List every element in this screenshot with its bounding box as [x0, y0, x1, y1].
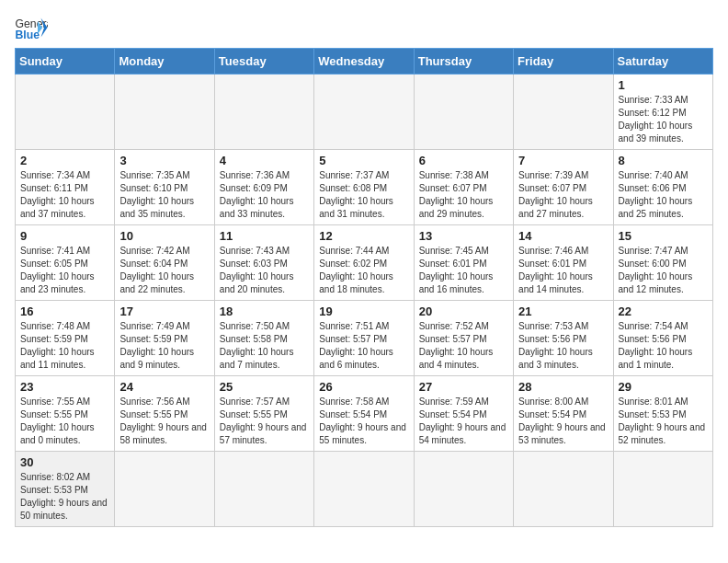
day-number: 20: [419, 304, 508, 318]
weekday-header-friday: Friday: [514, 49, 613, 75]
day-number: 22: [619, 304, 708, 318]
day-info: Sunrise: 7:50 AM Sunset: 5:58 PM Dayligh…: [220, 320, 309, 372]
calendar: SundayMondayTuesdayWednesdayThursdayFrid…: [15, 48, 713, 527]
day-cell: 5Sunrise: 7:37 AM Sunset: 6:08 PM Daylig…: [314, 150, 414, 225]
day-info: Sunrise: 7:44 AM Sunset: 6:02 PM Dayligh…: [319, 245, 408, 296]
day-info: Sunrise: 7:55 AM Sunset: 5:55 PM Dayligh…: [20, 396, 109, 447]
day-number: 1: [619, 78, 708, 92]
weekday-header-monday: Monday: [115, 49, 214, 75]
day-cell: 9Sunrise: 7:41 AM Sunset: 6:05 PM Daylig…: [16, 225, 115, 301]
weekday-header-thursday: Thursday: [414, 49, 513, 75]
day-number: 18: [220, 304, 309, 318]
day-info: Sunrise: 7:48 AM Sunset: 5:59 PM Dayligh…: [20, 320, 109, 372]
day-info: Sunrise: 7:36 AM Sunset: 6:09 PM Dayligh…: [220, 169, 309, 221]
day-info: Sunrise: 7:42 AM Sunset: 6:04 PM Dayligh…: [119, 245, 209, 296]
day-cell: 30Sunrise: 8:02 AM Sunset: 5:53 PM Dayli…: [16, 452, 115, 527]
day-cell: 26Sunrise: 7:58 AM Sunset: 5:54 PM Dayli…: [314, 376, 414, 452]
day-cell: 29Sunrise: 8:01 AM Sunset: 5:53 PM Dayli…: [613, 376, 712, 452]
day-info: Sunrise: 7:56 AM Sunset: 5:55 PM Dayligh…: [119, 396, 209, 447]
day-number: 29: [619, 380, 708, 394]
day-cell: 6Sunrise: 7:38 AM Sunset: 6:07 PM Daylig…: [414, 150, 513, 225]
day-number: 24: [119, 380, 209, 394]
day-cell: [214, 452, 313, 527]
day-number: 26: [319, 380, 408, 394]
day-cell: 15Sunrise: 7:47 AM Sunset: 6:00 PM Dayli…: [613, 225, 712, 301]
day-number: 4: [220, 154, 309, 167]
day-cell: 13Sunrise: 7:45 AM Sunset: 6:01 PM Dayli…: [414, 225, 513, 301]
day-cell: 23Sunrise: 7:55 AM Sunset: 5:55 PM Dayli…: [16, 376, 115, 452]
day-cell: 24Sunrise: 7:56 AM Sunset: 5:55 PM Dayli…: [115, 376, 214, 452]
week-row-5: 23Sunrise: 7:55 AM Sunset: 5:55 PM Dayli…: [16, 376, 713, 452]
day-cell: 2Sunrise: 7:34 AM Sunset: 6:11 PM Daylig…: [16, 150, 115, 225]
day-number: 25: [220, 380, 309, 394]
week-row-6: 30Sunrise: 8:02 AM Sunset: 5:53 PM Dayli…: [16, 452, 713, 527]
day-info: Sunrise: 7:53 AM Sunset: 5:56 PM Dayligh…: [518, 320, 608, 372]
day-number: 8: [619, 154, 708, 167]
day-cell: 28Sunrise: 8:00 AM Sunset: 5:54 PM Dayli…: [514, 376, 613, 452]
week-row-3: 9Sunrise: 7:41 AM Sunset: 6:05 PM Daylig…: [16, 225, 713, 301]
day-cell: 19Sunrise: 7:51 AM Sunset: 5:57 PM Dayli…: [314, 301, 414, 376]
day-number: 3: [119, 154, 209, 167]
day-cell: [613, 452, 712, 527]
day-cell: 7Sunrise: 7:39 AM Sunset: 6:07 PM Daylig…: [514, 150, 613, 225]
day-cell: 12Sunrise: 7:44 AM Sunset: 6:02 PM Dayli…: [314, 225, 414, 301]
day-info: Sunrise: 7:45 AM Sunset: 6:01 PM Dayligh…: [419, 245, 508, 296]
day-cell: 21Sunrise: 7:53 AM Sunset: 5:56 PM Dayli…: [514, 301, 613, 376]
day-number: 6: [419, 154, 508, 167]
day-info: Sunrise: 7:39 AM Sunset: 6:07 PM Dayligh…: [518, 169, 608, 221]
weekday-header-wednesday: Wednesday: [314, 49, 414, 75]
logo: General Blue: [15, 15, 51, 40]
day-cell: 4Sunrise: 7:36 AM Sunset: 6:09 PM Daylig…: [214, 150, 313, 225]
day-info: Sunrise: 7:54 AM Sunset: 5:56 PM Dayligh…: [619, 320, 708, 372]
day-info: Sunrise: 7:34 AM Sunset: 6:11 PM Dayligh…: [20, 169, 109, 221]
day-number: 13: [419, 229, 508, 243]
day-cell: 10Sunrise: 7:42 AM Sunset: 6:04 PM Dayli…: [115, 225, 214, 301]
day-cell: 20Sunrise: 7:52 AM Sunset: 5:57 PM Dayli…: [414, 301, 513, 376]
day-number: 21: [518, 304, 608, 318]
day-cell: 3Sunrise: 7:35 AM Sunset: 6:10 PM Daylig…: [115, 150, 214, 225]
weekday-header-tuesday: Tuesday: [214, 49, 313, 75]
day-info: Sunrise: 8:01 AM Sunset: 5:53 PM Dayligh…: [619, 396, 708, 447]
logo-icon: General Blue: [15, 15, 48, 40]
day-number: 15: [619, 229, 708, 243]
day-number: 11: [220, 229, 309, 243]
day-cell: 1Sunrise: 7:33 AM Sunset: 6:12 PM Daylig…: [613, 75, 712, 150]
day-number: 10: [119, 229, 209, 243]
day-cell: [115, 452, 214, 527]
day-cell: [414, 452, 513, 527]
day-number: 19: [319, 304, 408, 318]
day-info: Sunrise: 7:46 AM Sunset: 6:01 PM Dayligh…: [518, 245, 608, 296]
day-info: Sunrise: 7:37 AM Sunset: 6:08 PM Dayligh…: [319, 169, 408, 221]
day-info: Sunrise: 7:51 AM Sunset: 5:57 PM Dayligh…: [319, 320, 408, 372]
day-cell: [514, 75, 613, 150]
day-info: Sunrise: 7:41 AM Sunset: 6:05 PM Dayligh…: [20, 245, 109, 296]
day-cell: 16Sunrise: 7:48 AM Sunset: 5:59 PM Dayli…: [16, 301, 115, 376]
svg-text:Blue: Blue: [16, 29, 40, 40]
weekday-header-sunday: Sunday: [16, 49, 115, 75]
day-cell: 25Sunrise: 7:57 AM Sunset: 5:55 PM Dayli…: [214, 376, 313, 452]
day-info: Sunrise: 7:49 AM Sunset: 5:59 PM Dayligh…: [119, 320, 209, 372]
day-cell: [514, 452, 613, 527]
day-number: 30: [20, 455, 109, 469]
day-info: Sunrise: 7:33 AM Sunset: 6:12 PM Dayligh…: [619, 94, 708, 145]
day-cell: [115, 75, 214, 150]
day-info: Sunrise: 8:00 AM Sunset: 5:54 PM Dayligh…: [518, 396, 608, 447]
day-number: 23: [20, 380, 109, 394]
day-info: Sunrise: 8:02 AM Sunset: 5:53 PM Dayligh…: [20, 471, 109, 523]
day-cell: 14Sunrise: 7:46 AM Sunset: 6:01 PM Dayli…: [514, 225, 613, 301]
day-info: Sunrise: 7:38 AM Sunset: 6:07 PM Dayligh…: [419, 169, 508, 221]
day-info: Sunrise: 7:40 AM Sunset: 6:06 PM Dayligh…: [619, 169, 708, 221]
day-info: Sunrise: 7:59 AM Sunset: 5:54 PM Dayligh…: [419, 396, 508, 447]
day-number: 17: [119, 304, 209, 318]
day-cell: 22Sunrise: 7:54 AM Sunset: 5:56 PM Dayli…: [613, 301, 712, 376]
day-cell: 11Sunrise: 7:43 AM Sunset: 6:03 PM Dayli…: [214, 225, 313, 301]
day-cell: [314, 75, 414, 150]
day-cell: 17Sunrise: 7:49 AM Sunset: 5:59 PM Dayli…: [115, 301, 214, 376]
day-number: 16: [20, 304, 109, 318]
day-info: Sunrise: 7:43 AM Sunset: 6:03 PM Dayligh…: [220, 245, 309, 296]
day-cell: [314, 452, 414, 527]
day-number: 5: [319, 154, 408, 167]
week-row-1: 1Sunrise: 7:33 AM Sunset: 6:12 PM Daylig…: [16, 75, 713, 150]
day-cell: [414, 75, 513, 150]
day-cell: [214, 75, 313, 150]
